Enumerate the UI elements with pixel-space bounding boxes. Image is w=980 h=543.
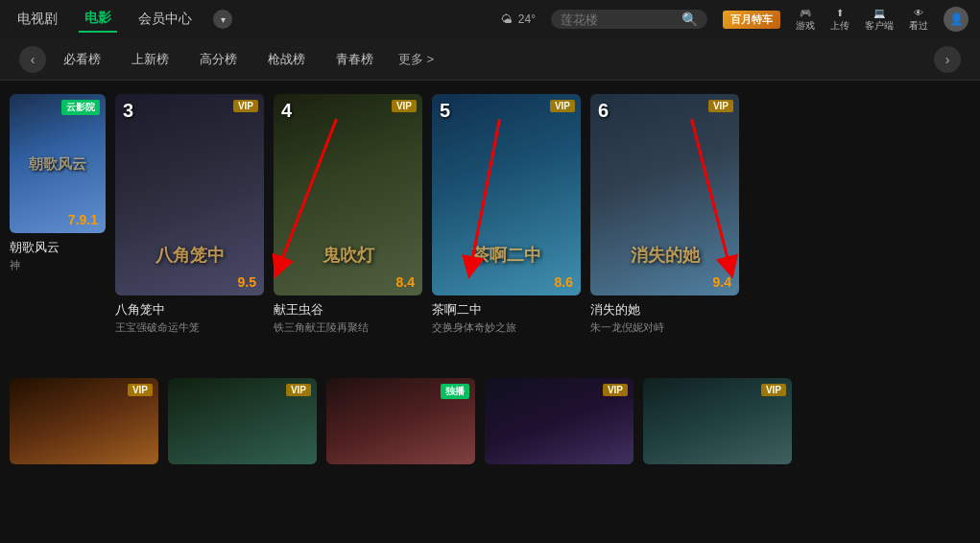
filter-prev[interactable]: ‹ (19, 46, 46, 73)
weather-info: 🌤 24° (501, 12, 536, 26)
card2-subtitle: 王宝强破命运牛笼 (115, 320, 264, 335)
card2-badge: VIP (233, 100, 258, 112)
search-input[interactable] (561, 12, 676, 27)
second-card-5[interactable]: VIP (643, 378, 792, 464)
second-card-3[interactable]: 独播 (326, 378, 475, 464)
nav-movie[interactable]: 电影 (79, 6, 117, 33)
filter-qingchun[interactable]: 青春榜 (323, 47, 387, 72)
nav-history[interactable]: 👁看过 (909, 7, 928, 33)
sc1-badge: VIP (128, 384, 153, 396)
card5-score: 9.4 (713, 274, 731, 290)
card1-poster-text: 朝歌风云 (29, 154, 86, 173)
card3-poster-text: 鬼吹灯 (274, 244, 422, 267)
sc5-badge: VIP (761, 384, 786, 396)
vip-badge[interactable]: 百月特车 (723, 11, 780, 29)
search-icon[interactable]: 🔍 (681, 12, 698, 27)
nav-games[interactable]: 🎮游戏 (796, 7, 815, 33)
card1-badge: 云影院 (61, 100, 100, 115)
card4-subtitle: 交换身体奇妙之旅 (432, 320, 581, 335)
card4-poster-text: 茶啊二中 (432, 244, 581, 267)
filter-more[interactable]: 更多 > (391, 47, 442, 72)
card3-rank: 4 (281, 100, 292, 122)
filter-qiangzhan[interactable]: 枪战榜 (254, 47, 319, 72)
card4-rank: 5 (440, 100, 450, 122)
card5-badge: VIP (708, 100, 733, 112)
sc2-badge: VIP (286, 384, 311, 396)
filter-gaofen[interactable]: 高分榜 (186, 47, 251, 72)
card5-rank: 6 (598, 100, 609, 122)
second-card-4[interactable]: VIP (485, 378, 633, 464)
card5-subtitle: 朱一龙倪妮对峙 (590, 320, 739, 335)
movie-card-chaer[interactable]: 茶啊二中 5 VIP 8.6 茶啊二中 交换身体奇妙之旅 (432, 94, 581, 365)
card4-score: 8.6 (555, 274, 573, 290)
card1-title: 朝歌风云 (10, 239, 106, 256)
nav-dropdown-btn[interactable]: ▾ (213, 10, 232, 29)
weather-icon: 🌤 (501, 12, 513, 26)
card1-subtitle: 神 (10, 258, 106, 272)
second-card-2[interactable]: VIP (168, 378, 317, 464)
card3-title: 献王虫谷 (274, 301, 422, 319)
card4-badge: VIP (550, 100, 575, 112)
card5-poster-text: 消失的她 (590, 244, 739, 267)
second-row: VIP VIP 独播 VIP VIP (0, 378, 980, 474)
avatar[interactable]: 👤 (944, 7, 968, 32)
card2-title: 八角笼中 (115, 301, 264, 319)
sc4-badge: VIP (603, 384, 628, 396)
filter-bar: ‹ 必看榜 上新榜 高分榜 枪战榜 青春榜 更多 > › (0, 38, 980, 81)
movie-card-xianwang[interactable]: 鬼吹灯 4 VIP 8.4 献王虫谷 铁三角献王陵再聚结 (274, 94, 422, 365)
movie-card-chaoge[interactable]: 朝歌风云 云影院 7.9.1 朝歌风云 神 (10, 94, 106, 365)
card2-score: 9.5 (238, 274, 256, 290)
search-bar[interactable]: 🔍 (551, 10, 707, 29)
nav-client[interactable]: 💻客户端 (865, 7, 894, 33)
temperature: 24° (518, 12, 536, 26)
top-nav: 电视剧 电影 会员中心 ▾ 🌤 24° 🔍 百月特车 🎮游戏 ⬆上传 💻客户端 … (0, 0, 980, 38)
filter-next[interactable]: › (934, 46, 961, 73)
sc3-badge: 独播 (441, 384, 469, 399)
filter-shangxin[interactable]: 上新榜 (118, 47, 182, 72)
card3-badge: VIP (392, 100, 417, 112)
card1-score: 7.9.1 (68, 212, 98, 227)
card3-subtitle: 铁三角献王陵再聚结 (274, 320, 422, 335)
card4-title: 茶啊二中 (432, 301, 581, 319)
movie-card-bajiao[interactable]: 八角笼中 3 VIP 9.5 八角笼中 王宝强破命运牛笼 (115, 94, 264, 365)
card5-title: 消失的她 (590, 301, 739, 319)
filter-bikan[interactable]: 必看榜 (50, 47, 114, 72)
second-card-1[interactable]: VIP (10, 378, 158, 464)
main-movie-row: 朝歌风云 云影院 7.9.1 朝歌风云 神 八角笼中 3 VIP 9.5 八角笼… (0, 81, 980, 378)
card2-rank: 3 (123, 100, 133, 122)
movie-card-xiaoshi[interactable]: 消失的她 6 VIP 9.4 消失的她 朱一龙倪妮对峙 (590, 94, 739, 365)
card2-poster-text: 八角笼中 (115, 244, 264, 267)
nav-vip-center[interactable]: 会员中心 (132, 7, 198, 32)
nav-upload[interactable]: ⬆上传 (830, 7, 849, 33)
nav-tv[interactable]: 电视剧 (12, 7, 63, 32)
card3-score: 8.4 (396, 274, 415, 290)
